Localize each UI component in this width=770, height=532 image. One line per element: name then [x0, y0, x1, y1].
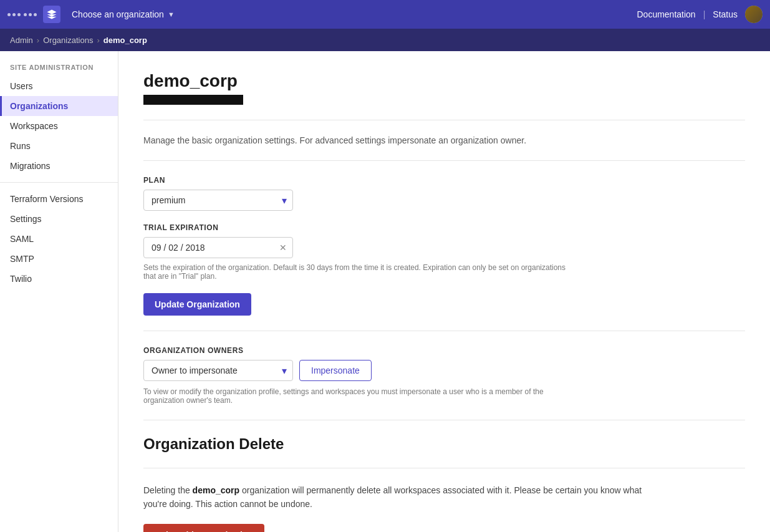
- plan-label: PLAN: [143, 176, 745, 185]
- sidebar-item-workspaces[interactable]: Workspaces: [0, 116, 118, 136]
- after-desc-divider: [143, 160, 745, 161]
- page-layout: SITE ADMINISTRATION Users Organizations …: [0, 51, 770, 532]
- delete-warning: Deleting the demo_corp organization will…: [143, 483, 642, 511]
- date-clear-icon[interactable]: ✕: [279, 243, 287, 253]
- trial-expiration-field-group: TRIAL EXPIRATION ✕ Sets the expiration o…: [143, 223, 745, 281]
- sidebar-item-smtp[interactable]: SMTP: [0, 249, 118, 269]
- main-content: demo_corp Manage the basic organization …: [118, 51, 770, 532]
- sidebar-item-terraform-versions[interactable]: Terraform Versions: [0, 189, 118, 209]
- breadcrumb: Admin › Organizations › demo_corp: [0, 29, 770, 51]
- sidebar: SITE ADMINISTRATION Users Organizations …: [0, 51, 118, 532]
- breadcrumb-sep-2: ›: [97, 36, 99, 45]
- sidebar-item-settings[interactable]: Settings: [0, 209, 118, 229]
- description-text: Manage the basic organization settings. …: [143, 135, 745, 145]
- plan-select[interactable]: premium free trial: [143, 190, 293, 211]
- sidebar-item-migrations[interactable]: Migrations: [0, 156, 118, 176]
- delete-heading: Organization Delete: [143, 435, 745, 453]
- delete-section: Organization Delete Deleting the demo_co…: [143, 435, 745, 532]
- trial-expiration-hint: Sets the expiration of the organization.…: [143, 263, 580, 281]
- delete-heading-divider: [143, 468, 745, 468]
- plan-field-group: PLAN premium free trial ▾: [143, 176, 745, 211]
- update-org-button[interactable]: Update Organization: [143, 293, 251, 316]
- sidebar-item-users[interactable]: Users: [0, 76, 118, 96]
- delete-org-button[interactable]: Delete this organization: [143, 524, 264, 532]
- owners-divider: [143, 331, 745, 331]
- org-selector-label: Choose an organization: [72, 9, 164, 19]
- sidebar-item-organizations[interactable]: Organizations: [0, 96, 118, 116]
- delete-org-name: demo_corp: [193, 485, 239, 495]
- nav-dots-icon[interactable]: [7, 13, 37, 16]
- documentation-link[interactable]: Documentation: [637, 9, 695, 19]
- app-logo[interactable]: [43, 6, 60, 23]
- user-avatar[interactable]: [745, 6, 763, 23]
- sidebar-item-runs[interactable]: Runs: [0, 136, 118, 156]
- sidebar-divider: [0, 182, 118, 183]
- trial-expiration-date-wrapper: ✕: [143, 237, 293, 258]
- impersonate-button[interactable]: Impersonate: [299, 360, 372, 381]
- top-divider: [143, 120, 745, 120]
- chevron-down-icon: ▼: [168, 11, 175, 18]
- breadcrumb-sep-1: ›: [37, 36, 39, 45]
- top-nav: Choose an organization ▼ Documentation |…: [0, 0, 770, 29]
- nav-divider: |: [703, 9, 706, 19]
- owner-select[interactable]: Owner to impersonate: [143, 360, 293, 381]
- org-title-underline: [143, 95, 243, 105]
- org-owners-field-group: ORGANIZATION OWNERS Owner to impersonate…: [143, 346, 745, 405]
- breadcrumb-admin[interactable]: Admin: [10, 36, 33, 45]
- breadcrumb-organizations[interactable]: Organizations: [43, 36, 93, 45]
- org-title: demo_corp: [143, 71, 745, 91]
- delete-divider: [143, 420, 745, 420]
- trial-expiration-input[interactable]: [143, 237, 293, 258]
- trial-expiration-label: TRIAL EXPIRATION: [143, 223, 745, 232]
- breadcrumb-current: demo_corp: [103, 36, 147, 45]
- sidebar-item-saml[interactable]: SAML: [0, 229, 118, 249]
- org-selector-button[interactable]: Choose an organization ▼: [67, 7, 180, 22]
- status-link[interactable]: Status: [713, 9, 738, 19]
- sidebar-item-twilio[interactable]: Twilio: [0, 269, 118, 289]
- plan-select-wrapper: premium free trial ▾: [143, 190, 293, 211]
- sidebar-section-label: SITE ADMINISTRATION: [0, 64, 118, 76]
- org-owners-label: ORGANIZATION OWNERS: [143, 346, 745, 355]
- owner-select-wrapper: Owner to impersonate ▾: [143, 360, 293, 381]
- impersonate-hint: To view or modify the organization profi…: [143, 387, 580, 405]
- impersonate-row: Owner to impersonate ▾ Impersonate: [143, 360, 745, 381]
